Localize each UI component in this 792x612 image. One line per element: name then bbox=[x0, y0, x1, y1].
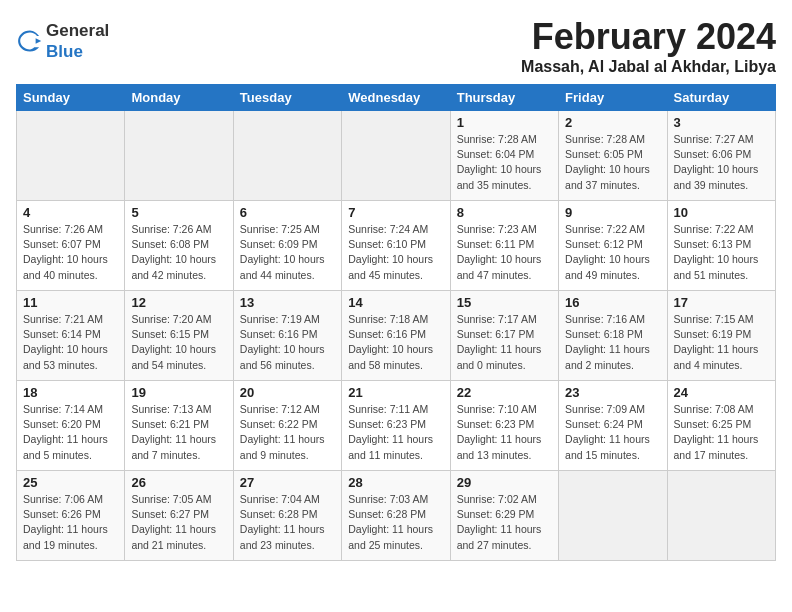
day-info: Sunrise: 7:05 AM Sunset: 6:27 PM Dayligh… bbox=[131, 492, 226, 553]
calendar-cell: 23Sunrise: 7:09 AM Sunset: 6:24 PM Dayli… bbox=[559, 381, 667, 471]
day-number: 6 bbox=[240, 205, 335, 220]
calendar-cell: 5Sunrise: 7:26 AM Sunset: 6:08 PM Daylig… bbox=[125, 201, 233, 291]
day-info: Sunrise: 7:08 AM Sunset: 6:25 PM Dayligh… bbox=[674, 402, 769, 463]
day-number: 17 bbox=[674, 295, 769, 310]
calendar-cell bbox=[125, 111, 233, 201]
day-number: 2 bbox=[565, 115, 660, 130]
day-number: 27 bbox=[240, 475, 335, 490]
day-number: 14 bbox=[348, 295, 443, 310]
calendar-cell: 2Sunrise: 7:28 AM Sunset: 6:05 PM Daylig… bbox=[559, 111, 667, 201]
calendar-cell: 1Sunrise: 7:28 AM Sunset: 6:04 PM Daylig… bbox=[450, 111, 558, 201]
calendar-week-row: 4Sunrise: 7:26 AM Sunset: 6:07 PM Daylig… bbox=[17, 201, 776, 291]
calendar-cell: 26Sunrise: 7:05 AM Sunset: 6:27 PM Dayli… bbox=[125, 471, 233, 561]
day-number: 20 bbox=[240, 385, 335, 400]
calendar-cell: 17Sunrise: 7:15 AM Sunset: 6:19 PM Dayli… bbox=[667, 291, 775, 381]
day-number: 11 bbox=[23, 295, 118, 310]
calendar-body: 1Sunrise: 7:28 AM Sunset: 6:04 PM Daylig… bbox=[17, 111, 776, 561]
calendar-cell: 8Sunrise: 7:23 AM Sunset: 6:11 PM Daylig… bbox=[450, 201, 558, 291]
calendar-cell: 22Sunrise: 7:10 AM Sunset: 6:23 PM Dayli… bbox=[450, 381, 558, 471]
calendar-cell: 25Sunrise: 7:06 AM Sunset: 6:26 PM Dayli… bbox=[17, 471, 125, 561]
weekday-header-cell: Sunday bbox=[17, 85, 125, 111]
logo-blue-text: Blue bbox=[46, 42, 83, 61]
calendar-cell: 29Sunrise: 7:02 AM Sunset: 6:29 PM Dayli… bbox=[450, 471, 558, 561]
calendar-cell: 21Sunrise: 7:11 AM Sunset: 6:23 PM Dayli… bbox=[342, 381, 450, 471]
calendar-cell bbox=[559, 471, 667, 561]
day-info: Sunrise: 7:14 AM Sunset: 6:20 PM Dayligh… bbox=[23, 402, 118, 463]
day-number: 29 bbox=[457, 475, 552, 490]
location-title: Massah, Al Jabal al Akhdar, Libya bbox=[521, 58, 776, 76]
day-info: Sunrise: 7:09 AM Sunset: 6:24 PM Dayligh… bbox=[565, 402, 660, 463]
calendar-cell: 11Sunrise: 7:21 AM Sunset: 6:14 PM Dayli… bbox=[17, 291, 125, 381]
calendar-week-row: 1Sunrise: 7:28 AM Sunset: 6:04 PM Daylig… bbox=[17, 111, 776, 201]
weekday-header-row: SundayMondayTuesdayWednesdayThursdayFrid… bbox=[17, 85, 776, 111]
day-info: Sunrise: 7:20 AM Sunset: 6:15 PM Dayligh… bbox=[131, 312, 226, 373]
day-info: Sunrise: 7:24 AM Sunset: 6:10 PM Dayligh… bbox=[348, 222, 443, 283]
calendar-cell bbox=[667, 471, 775, 561]
day-number: 12 bbox=[131, 295, 226, 310]
day-number: 18 bbox=[23, 385, 118, 400]
day-number: 23 bbox=[565, 385, 660, 400]
day-info: Sunrise: 7:21 AM Sunset: 6:14 PM Dayligh… bbox=[23, 312, 118, 373]
day-info: Sunrise: 7:04 AM Sunset: 6:28 PM Dayligh… bbox=[240, 492, 335, 553]
weekday-header-cell: Monday bbox=[125, 85, 233, 111]
calendar-cell: 28Sunrise: 7:03 AM Sunset: 6:28 PM Dayli… bbox=[342, 471, 450, 561]
day-info: Sunrise: 7:11 AM Sunset: 6:23 PM Dayligh… bbox=[348, 402, 443, 463]
day-info: Sunrise: 7:12 AM Sunset: 6:22 PM Dayligh… bbox=[240, 402, 335, 463]
calendar-cell: 10Sunrise: 7:22 AM Sunset: 6:13 PM Dayli… bbox=[667, 201, 775, 291]
day-info: Sunrise: 7:27 AM Sunset: 6:06 PM Dayligh… bbox=[674, 132, 769, 193]
calendar-cell: 27Sunrise: 7:04 AM Sunset: 6:28 PM Dayli… bbox=[233, 471, 341, 561]
calendar-cell: 15Sunrise: 7:17 AM Sunset: 6:17 PM Dayli… bbox=[450, 291, 558, 381]
weekday-header-cell: Saturday bbox=[667, 85, 775, 111]
calendar-cell: 18Sunrise: 7:14 AM Sunset: 6:20 PM Dayli… bbox=[17, 381, 125, 471]
day-number: 8 bbox=[457, 205, 552, 220]
title-area: February 2024 Massah, Al Jabal al Akhdar… bbox=[521, 16, 776, 76]
day-number: 26 bbox=[131, 475, 226, 490]
day-number: 5 bbox=[131, 205, 226, 220]
calendar-week-row: 11Sunrise: 7:21 AM Sunset: 6:14 PM Dayli… bbox=[17, 291, 776, 381]
calendar-cell: 16Sunrise: 7:16 AM Sunset: 6:18 PM Dayli… bbox=[559, 291, 667, 381]
calendar-cell: 19Sunrise: 7:13 AM Sunset: 6:21 PM Dayli… bbox=[125, 381, 233, 471]
calendar-cell: 24Sunrise: 7:08 AM Sunset: 6:25 PM Dayli… bbox=[667, 381, 775, 471]
day-info: Sunrise: 7:26 AM Sunset: 6:08 PM Dayligh… bbox=[131, 222, 226, 283]
calendar-cell bbox=[342, 111, 450, 201]
weekday-header-cell: Friday bbox=[559, 85, 667, 111]
day-number: 28 bbox=[348, 475, 443, 490]
day-number: 4 bbox=[23, 205, 118, 220]
weekday-header-cell: Wednesday bbox=[342, 85, 450, 111]
calendar-week-row: 18Sunrise: 7:14 AM Sunset: 6:20 PM Dayli… bbox=[17, 381, 776, 471]
day-number: 21 bbox=[348, 385, 443, 400]
weekday-header-cell: Tuesday bbox=[233, 85, 341, 111]
day-info: Sunrise: 7:19 AM Sunset: 6:16 PM Dayligh… bbox=[240, 312, 335, 373]
day-info: Sunrise: 7:22 AM Sunset: 6:13 PM Dayligh… bbox=[674, 222, 769, 283]
weekday-header-cell: Thursday bbox=[450, 85, 558, 111]
day-number: 10 bbox=[674, 205, 769, 220]
calendar-cell: 4Sunrise: 7:26 AM Sunset: 6:07 PM Daylig… bbox=[17, 201, 125, 291]
day-number: 19 bbox=[131, 385, 226, 400]
day-number: 24 bbox=[674, 385, 769, 400]
calendar-cell: 13Sunrise: 7:19 AM Sunset: 6:16 PM Dayli… bbox=[233, 291, 341, 381]
day-number: 22 bbox=[457, 385, 552, 400]
calendar-cell: 20Sunrise: 7:12 AM Sunset: 6:22 PM Dayli… bbox=[233, 381, 341, 471]
calendar-cell bbox=[17, 111, 125, 201]
calendar-cell: 14Sunrise: 7:18 AM Sunset: 6:16 PM Dayli… bbox=[342, 291, 450, 381]
month-title: February 2024 bbox=[521, 16, 776, 58]
day-info: Sunrise: 7:25 AM Sunset: 6:09 PM Dayligh… bbox=[240, 222, 335, 283]
day-number: 16 bbox=[565, 295, 660, 310]
calendar-cell: 6Sunrise: 7:25 AM Sunset: 6:09 PM Daylig… bbox=[233, 201, 341, 291]
day-info: Sunrise: 7:28 AM Sunset: 6:05 PM Dayligh… bbox=[565, 132, 660, 193]
logo-general-text: General bbox=[46, 21, 109, 40]
day-number: 25 bbox=[23, 475, 118, 490]
day-info: Sunrise: 7:02 AM Sunset: 6:29 PM Dayligh… bbox=[457, 492, 552, 553]
logo: General Blue bbox=[16, 20, 109, 62]
calendar-cell: 9Sunrise: 7:22 AM Sunset: 6:12 PM Daylig… bbox=[559, 201, 667, 291]
day-info: Sunrise: 7:17 AM Sunset: 6:17 PM Dayligh… bbox=[457, 312, 552, 373]
day-info: Sunrise: 7:03 AM Sunset: 6:28 PM Dayligh… bbox=[348, 492, 443, 553]
day-info: Sunrise: 7:23 AM Sunset: 6:11 PM Dayligh… bbox=[457, 222, 552, 283]
header: General Blue February 2024 Massah, Al Ja… bbox=[16, 16, 776, 76]
day-info: Sunrise: 7:26 AM Sunset: 6:07 PM Dayligh… bbox=[23, 222, 118, 283]
day-number: 1 bbox=[457, 115, 552, 130]
day-info: Sunrise: 7:13 AM Sunset: 6:21 PM Dayligh… bbox=[131, 402, 226, 463]
day-info: Sunrise: 7:18 AM Sunset: 6:16 PM Dayligh… bbox=[348, 312, 443, 373]
day-info: Sunrise: 7:22 AM Sunset: 6:12 PM Dayligh… bbox=[565, 222, 660, 283]
day-info: Sunrise: 7:28 AM Sunset: 6:04 PM Dayligh… bbox=[457, 132, 552, 193]
